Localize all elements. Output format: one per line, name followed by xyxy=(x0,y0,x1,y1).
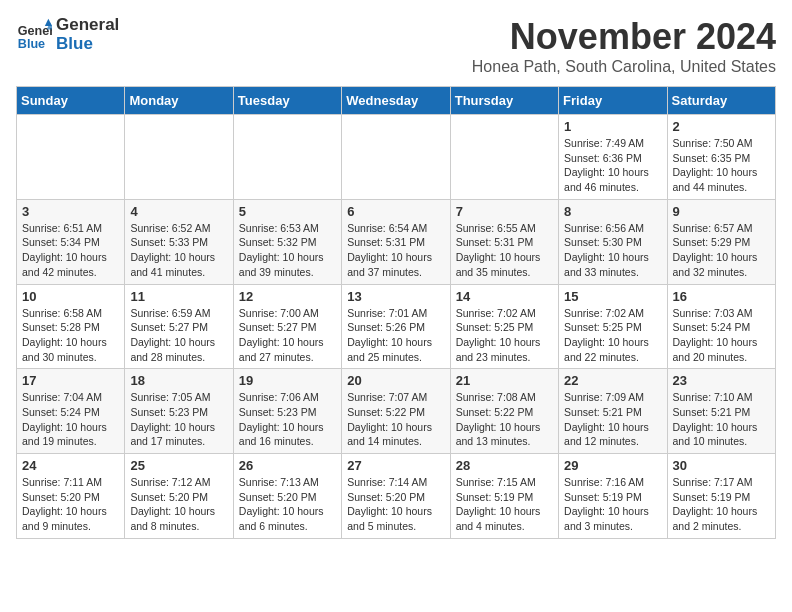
calendar-cell: 22Sunrise: 7:09 AM Sunset: 5:21 PM Dayli… xyxy=(559,369,667,454)
day-number: 15 xyxy=(564,289,661,304)
weekday-header-sunday: Sunday xyxy=(17,87,125,115)
logo-icon: General Blue xyxy=(16,17,52,53)
calendar-cell: 4Sunrise: 6:52 AM Sunset: 5:33 PM Daylig… xyxy=(125,199,233,284)
day-number: 1 xyxy=(564,119,661,134)
calendar-cell: 15Sunrise: 7:02 AM Sunset: 5:25 PM Dayli… xyxy=(559,284,667,369)
calendar-cell: 7Sunrise: 6:55 AM Sunset: 5:31 PM Daylig… xyxy=(450,199,558,284)
day-number: 16 xyxy=(673,289,770,304)
logo-general: General xyxy=(56,16,119,35)
day-number: 27 xyxy=(347,458,444,473)
week-row-3: 10Sunrise: 6:58 AM Sunset: 5:28 PM Dayli… xyxy=(17,284,776,369)
calendar-cell: 24Sunrise: 7:11 AM Sunset: 5:20 PM Dayli… xyxy=(17,454,125,539)
calendar-cell xyxy=(342,115,450,200)
calendar-cell: 12Sunrise: 7:00 AM Sunset: 5:27 PM Dayli… xyxy=(233,284,341,369)
calendar-cell xyxy=(125,115,233,200)
day-info: Sunrise: 7:04 AM Sunset: 5:24 PM Dayligh… xyxy=(22,390,119,449)
svg-text:Blue: Blue xyxy=(18,36,45,50)
day-number: 5 xyxy=(239,204,336,219)
day-number: 28 xyxy=(456,458,553,473)
logo-blue: Blue xyxy=(56,35,119,54)
day-number: 29 xyxy=(564,458,661,473)
day-number: 8 xyxy=(564,204,661,219)
day-number: 23 xyxy=(673,373,770,388)
day-number: 2 xyxy=(673,119,770,134)
day-info: Sunrise: 6:58 AM Sunset: 5:28 PM Dayligh… xyxy=(22,306,119,365)
day-info: Sunrise: 6:53 AM Sunset: 5:32 PM Dayligh… xyxy=(239,221,336,280)
day-number: 4 xyxy=(130,204,227,219)
calendar-cell: 10Sunrise: 6:58 AM Sunset: 5:28 PM Dayli… xyxy=(17,284,125,369)
calendar-cell: 6Sunrise: 6:54 AM Sunset: 5:31 PM Daylig… xyxy=(342,199,450,284)
week-row-2: 3Sunrise: 6:51 AM Sunset: 5:34 PM Daylig… xyxy=(17,199,776,284)
day-number: 10 xyxy=(22,289,119,304)
calendar-cell: 5Sunrise: 6:53 AM Sunset: 5:32 PM Daylig… xyxy=(233,199,341,284)
day-info: Sunrise: 7:00 AM Sunset: 5:27 PM Dayligh… xyxy=(239,306,336,365)
day-info: Sunrise: 7:03 AM Sunset: 5:24 PM Dayligh… xyxy=(673,306,770,365)
calendar-cell xyxy=(233,115,341,200)
calendar-cell: 30Sunrise: 7:17 AM Sunset: 5:19 PM Dayli… xyxy=(667,454,775,539)
day-number: 21 xyxy=(456,373,553,388)
day-info: Sunrise: 7:02 AM Sunset: 5:25 PM Dayligh… xyxy=(456,306,553,365)
day-info: Sunrise: 7:17 AM Sunset: 5:19 PM Dayligh… xyxy=(673,475,770,534)
calendar-cell: 23Sunrise: 7:10 AM Sunset: 5:21 PM Dayli… xyxy=(667,369,775,454)
day-info: Sunrise: 7:06 AM Sunset: 5:23 PM Dayligh… xyxy=(239,390,336,449)
calendar-cell: 26Sunrise: 7:13 AM Sunset: 5:20 PM Dayli… xyxy=(233,454,341,539)
calendar-cell xyxy=(450,115,558,200)
day-info: Sunrise: 6:52 AM Sunset: 5:33 PM Dayligh… xyxy=(130,221,227,280)
day-number: 7 xyxy=(456,204,553,219)
day-info: Sunrise: 7:02 AM Sunset: 5:25 PM Dayligh… xyxy=(564,306,661,365)
day-info: Sunrise: 7:10 AM Sunset: 5:21 PM Dayligh… xyxy=(673,390,770,449)
day-info: Sunrise: 6:57 AM Sunset: 5:29 PM Dayligh… xyxy=(673,221,770,280)
calendar-cell: 20Sunrise: 7:07 AM Sunset: 5:22 PM Dayli… xyxy=(342,369,450,454)
month-title: November 2024 xyxy=(472,16,776,58)
day-number: 3 xyxy=(22,204,119,219)
calendar-cell: 1Sunrise: 7:49 AM Sunset: 6:36 PM Daylig… xyxy=(559,115,667,200)
day-info: Sunrise: 7:07 AM Sunset: 5:22 PM Dayligh… xyxy=(347,390,444,449)
day-info: Sunrise: 7:14 AM Sunset: 5:20 PM Dayligh… xyxy=(347,475,444,534)
day-info: Sunrise: 7:11 AM Sunset: 5:20 PM Dayligh… xyxy=(22,475,119,534)
calendar-cell: 2Sunrise: 7:50 AM Sunset: 6:35 PM Daylig… xyxy=(667,115,775,200)
calendar-cell: 8Sunrise: 6:56 AM Sunset: 5:30 PM Daylig… xyxy=(559,199,667,284)
calendar-cell: 18Sunrise: 7:05 AM Sunset: 5:23 PM Dayli… xyxy=(125,369,233,454)
calendar-cell: 3Sunrise: 6:51 AM Sunset: 5:34 PM Daylig… xyxy=(17,199,125,284)
weekday-header-thursday: Thursday xyxy=(450,87,558,115)
day-number: 11 xyxy=(130,289,227,304)
calendar-cell: 29Sunrise: 7:16 AM Sunset: 5:19 PM Dayli… xyxy=(559,454,667,539)
day-number: 30 xyxy=(673,458,770,473)
day-number: 22 xyxy=(564,373,661,388)
day-info: Sunrise: 7:12 AM Sunset: 5:20 PM Dayligh… xyxy=(130,475,227,534)
week-row-4: 17Sunrise: 7:04 AM Sunset: 5:24 PM Dayli… xyxy=(17,369,776,454)
weekday-header-monday: Monday xyxy=(125,87,233,115)
calendar-cell: 17Sunrise: 7:04 AM Sunset: 5:24 PM Dayli… xyxy=(17,369,125,454)
day-info: Sunrise: 7:50 AM Sunset: 6:35 PM Dayligh… xyxy=(673,136,770,195)
day-number: 14 xyxy=(456,289,553,304)
weekday-header-tuesday: Tuesday xyxy=(233,87,341,115)
day-number: 19 xyxy=(239,373,336,388)
day-number: 9 xyxy=(673,204,770,219)
day-info: Sunrise: 7:13 AM Sunset: 5:20 PM Dayligh… xyxy=(239,475,336,534)
day-info: Sunrise: 7:15 AM Sunset: 5:19 PM Dayligh… xyxy=(456,475,553,534)
weekday-header-wednesday: Wednesday xyxy=(342,87,450,115)
week-row-5: 24Sunrise: 7:11 AM Sunset: 5:20 PM Dayli… xyxy=(17,454,776,539)
calendar-cell: 28Sunrise: 7:15 AM Sunset: 5:19 PM Dayli… xyxy=(450,454,558,539)
day-info: Sunrise: 6:55 AM Sunset: 5:31 PM Dayligh… xyxy=(456,221,553,280)
calendar-cell: 13Sunrise: 7:01 AM Sunset: 5:26 PM Dayli… xyxy=(342,284,450,369)
day-number: 17 xyxy=(22,373,119,388)
day-number: 26 xyxy=(239,458,336,473)
day-number: 25 xyxy=(130,458,227,473)
location-title: Honea Path, South Carolina, United State… xyxy=(472,58,776,76)
calendar-cell: 21Sunrise: 7:08 AM Sunset: 5:22 PM Dayli… xyxy=(450,369,558,454)
day-number: 20 xyxy=(347,373,444,388)
logo: General Blue General Blue xyxy=(16,16,119,53)
calendar-cell xyxy=(17,115,125,200)
calendar: SundayMondayTuesdayWednesdayThursdayFrid… xyxy=(16,86,776,539)
header: General Blue General Blue November 2024 … xyxy=(16,16,776,76)
day-info: Sunrise: 7:16 AM Sunset: 5:19 PM Dayligh… xyxy=(564,475,661,534)
day-number: 12 xyxy=(239,289,336,304)
calendar-cell: 16Sunrise: 7:03 AM Sunset: 5:24 PM Dayli… xyxy=(667,284,775,369)
day-number: 13 xyxy=(347,289,444,304)
calendar-cell: 27Sunrise: 7:14 AM Sunset: 5:20 PM Dayli… xyxy=(342,454,450,539)
title-area: November 2024 Honea Path, South Carolina… xyxy=(472,16,776,76)
week-row-1: 1Sunrise: 7:49 AM Sunset: 6:36 PM Daylig… xyxy=(17,115,776,200)
day-number: 18 xyxy=(130,373,227,388)
weekday-header-saturday: Saturday xyxy=(667,87,775,115)
